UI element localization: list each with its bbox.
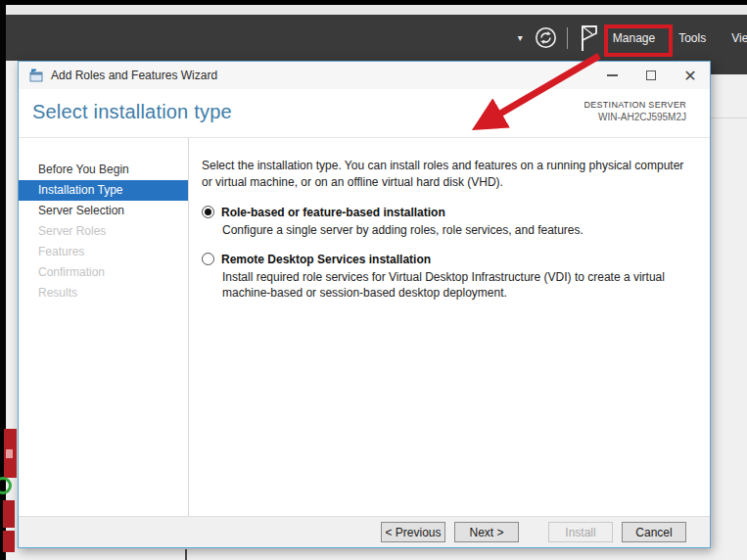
radio-role-based[interactable] xyxy=(202,206,214,218)
option-role-based-description: Configure a single server by adding role… xyxy=(222,222,692,238)
wizard-content: Select the installation type. You can in… xyxy=(189,138,710,516)
background-pane-divider xyxy=(185,549,187,560)
cancel-button[interactable]: Cancel xyxy=(622,522,686,542)
occluded-green-circle-fragment xyxy=(0,477,12,494)
sidebar-item-confirmation: Confirmation xyxy=(19,262,188,283)
previous-button[interactable]: < Previous xyxy=(381,522,445,542)
page-title: Select installation type xyxy=(32,101,232,123)
wizard-app-icon xyxy=(29,69,44,83)
option-remote-desktop: Remote Desktop Services installation Ins… xyxy=(202,253,692,301)
minimize-icon[interactable] xyxy=(592,62,631,89)
radio-remote-desktop[interactable] xyxy=(202,253,214,265)
server-manager-toolbar: ▾ Manage Tools View xyxy=(6,15,747,61)
close-icon[interactable]: ✕ xyxy=(671,62,710,89)
background-separator-line xyxy=(711,117,747,118)
destination-server-block: DESTINATION SERVER WIN-AH2CJ595M2J xyxy=(584,100,686,122)
destination-server-label: DESTINATION SERVER xyxy=(584,100,686,110)
toolbar-divider xyxy=(567,27,568,49)
option-remote-desktop-label[interactable]: Remote Desktop Services installation xyxy=(221,253,431,266)
screenshot-root: ▾ Manage Tools View xyxy=(0,0,747,560)
background-toolbar-remnant xyxy=(711,61,747,74)
sidebar-item-server-roles: Server Roles xyxy=(19,221,188,242)
next-button[interactable]: Next > xyxy=(454,522,519,542)
refresh-icon[interactable] xyxy=(535,26,557,49)
notification-flag-icon[interactable] xyxy=(580,24,599,52)
occluded-red-icon-fragment xyxy=(3,500,15,528)
maximize-icon[interactable] xyxy=(631,62,671,89)
screen-border-top xyxy=(0,0,747,5)
window-top-strip xyxy=(6,5,747,15)
add-roles-and-features-wizard-window: Add Roles and Features Wizard ✕ Select i… xyxy=(18,61,711,548)
sidebar-item-server-selection[interactable]: Server Selection xyxy=(19,201,188,221)
wizard-titlebar[interactable]: Add Roles and Features Wizard ✕ xyxy=(19,62,710,89)
sidebar-item-results: Results xyxy=(19,283,188,303)
view-menu[interactable]: View xyxy=(727,25,747,51)
option-role-based: Role-based or feature-based installation… xyxy=(202,206,692,238)
wizard-footer: < Previous Next > Install Cancel xyxy=(19,516,710,547)
destination-server-name: WIN-AH2CJ595M2J xyxy=(584,112,686,122)
intro-text: Select the installation type. You can in… xyxy=(202,158,692,191)
occluded-red-icon-detail xyxy=(6,449,13,458)
tools-menu[interactable]: Tools xyxy=(675,25,710,51)
option-role-based-label[interactable]: Role-based or feature-based installation xyxy=(221,206,445,219)
sidebar-item-before-you-begin[interactable]: Before You Begin xyxy=(19,160,188,180)
manage-menu[interactable]: Manage xyxy=(609,25,659,51)
wizard-body: Before You Begin Installation Type Serve… xyxy=(19,138,710,516)
option-remote-desktop-description: Install required role services for Virtu… xyxy=(222,269,692,301)
wizard-title: Add Roles and Features Wizard xyxy=(51,69,217,82)
wizard-header: Select installation type DESTINATION SER… xyxy=(19,89,710,138)
dropdown-caret-icon[interactable]: ▾ xyxy=(518,32,523,43)
occluded-red-icon-fragment xyxy=(3,531,15,552)
install-button: Install xyxy=(548,522,613,542)
wizard-step-sidebar: Before You Begin Installation Type Serve… xyxy=(19,138,189,516)
sidebar-item-installation-type[interactable]: Installation Type xyxy=(19,180,188,201)
sidebar-item-features: Features xyxy=(19,242,188,262)
